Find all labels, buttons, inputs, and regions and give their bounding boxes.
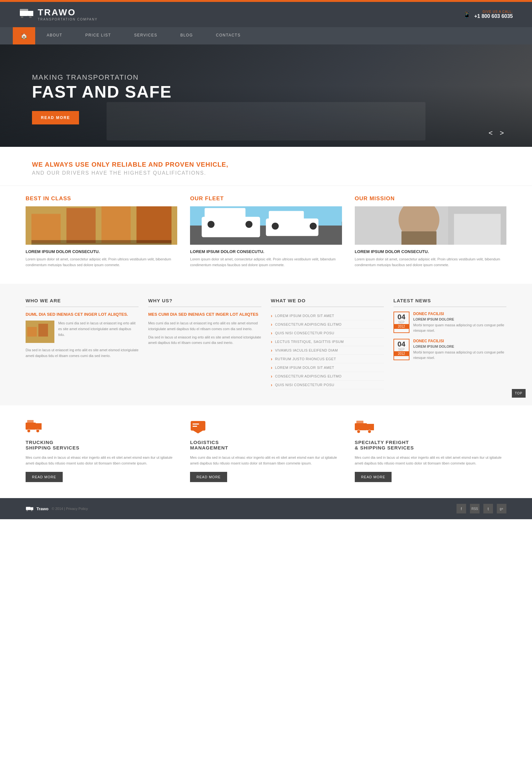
social-rss[interactable]: RSS <box>470 504 479 514</box>
nav-contacts[interactable]: CONTACTS <box>205 27 252 45</box>
who-we-are-image <box>25 321 54 343</box>
service-text-1: Mes cumi dia sed in lacus ut elnasc etor… <box>25 455 177 466</box>
list-item[interactable]: QUIS NISI CONSECTETUR POSU <box>271 381 384 389</box>
feature-our-fleet: OUR FLEET LOREM IPSUM DOLOR CONSECUTU. L… <box>190 196 341 268</box>
news-content-2: DONEC FACILISI LOREM IPSUM DOLORE Morbi … <box>413 339 507 360</box>
service-trucking: TRUCKING SHIPPING SERVICES Mes cumi dia … <box>25 419 177 482</box>
list-item[interactable]: VIVAMUS IACULIS ELEIFEND DIAM <box>271 346 384 355</box>
feature-img-1 <box>25 206 177 245</box>
svg-point-32 <box>36 429 40 433</box>
news-title-2[interactable]: DONEC FACILISI <box>413 339 507 343</box>
give-us-call: GIVE US A CALL: <box>474 10 513 13</box>
hero-arrows[interactable]: < > <box>488 129 507 137</box>
svg-rect-14 <box>205 208 246 220</box>
service-btn-1[interactable]: READ MORE <box>25 472 63 482</box>
service-logistics: LOGISTICS MANAGEMENT Mes cumi dia sed in… <box>190 419 341 482</box>
navigation: 🏠 ABOUT PRICE LIST SERVICES BLOG CONTACT… <box>0 27 532 45</box>
svg-marker-1 <box>28 11 33 16</box>
feature-title-3: OUR MISSION <box>355 196 507 202</box>
nav-services[interactable]: SERVICES <box>123 27 169 45</box>
who-we-are-title: WHO WE ARE <box>25 298 139 307</box>
news-sub-1: LOREM IPSUM DOLORE <box>413 317 507 321</box>
tagline-sub: AND OUR DRIVERS HAVE THE HIGHEST QUALIFI… <box>32 170 500 176</box>
feature-our-mission: OUR MISSION LOREM IPSUM DOLOR CONSECUTU.… <box>355 196 507 268</box>
svg-rect-28 <box>39 324 48 336</box>
social-twitter[interactable]: t <box>483 504 493 514</box>
svg-rect-33 <box>27 420 33 423</box>
service-text-3: Mes cumi dia sed in lacus ut elnasc etor… <box>355 455 507 466</box>
list-item[interactable]: LOREM IPSUM DOLOR SIT AMET <box>271 312 384 320</box>
services-section: TRUCKING SHIPPING SERVICES Mes cumi dia … <box>0 405 532 498</box>
nav-blog[interactable]: BLOG <box>169 27 205 45</box>
service-title-sub-3: & SHIPPING SERVICES <box>355 445 507 450</box>
list-item[interactable]: QUIS NISI CONSECTETUR POSU <box>271 329 384 337</box>
logo-area: TRAWO TRANSPORTATION COMPANY <box>19 8 97 21</box>
feature-img-3 <box>355 206 507 245</box>
news-text-2: Morbi tempor quam massa adipiscing ut cu… <box>413 349 507 360</box>
news-date-1: 04 SEP 2012 <box>393 312 409 333</box>
social-googleplus[interactable]: g+ <box>497 504 507 514</box>
footer: Trawo © 2014 | Privacy Policy f RSS t g+ <box>0 498 532 519</box>
features-section: BEST IN CLASS LOREM IPSUM DOLOR CONSECUT… <box>0 186 532 284</box>
svg-rect-6 <box>31 214 61 243</box>
svg-marker-35 <box>193 431 203 434</box>
list-item[interactable]: CONSECTETUR ADIPISCING ELITMO <box>271 320 384 329</box>
feature-heading-2: LOREM IPSUM DOLOR CONSECUTU. <box>190 249 341 254</box>
list-item[interactable]: LOREM IPSUM DOLOR SIT AMET <box>271 364 384 372</box>
news-month-1: SEP <box>396 321 407 324</box>
svg-rect-2 <box>21 16 23 18</box>
who-we-are-orange: DUML DIA SED INENIAS CET INGER LOT ALIIQ… <box>25 312 139 317</box>
news-year-1: 2012 <box>394 324 409 329</box>
feature-text-1: Lorem ipsum dolor sit amet, consectetur … <box>25 256 177 268</box>
svg-rect-37 <box>193 426 197 427</box>
logistics-icon <box>190 419 341 436</box>
svg-rect-29 <box>25 422 36 430</box>
top-button[interactable]: TOP <box>512 389 526 398</box>
svg-rect-3 <box>29 16 32 18</box>
list-item[interactable]: LECTUS TRISTIQUE, SAGITTIS IPSUM <box>271 337 384 346</box>
footer-copy[interactable]: © 2014 | Privacy Policy <box>52 507 88 511</box>
latest-news-title: LATEST NEWS <box>393 298 507 307</box>
nav-about[interactable]: ABOUT <box>35 27 74 45</box>
hero-read-more-button[interactable]: READ MORE <box>32 111 79 125</box>
list-item[interactable]: RUTRUM JUSTO RHONCUS EGET <box>271 355 384 364</box>
truck-icon <box>19 8 33 21</box>
svg-marker-39 <box>367 424 374 430</box>
service-btn-2[interactable]: READ MORE <box>190 472 227 482</box>
service-btn-3[interactable]: READ MORE <box>355 472 392 482</box>
why-us-text2: Dia sed in lacus ut eniascet ing erto al… <box>148 335 261 346</box>
social-facebook[interactable]: f <box>457 504 466 514</box>
feature-heading-1: LOREM IPSUM DOLOR CONSECUTU. <box>25 249 177 254</box>
svg-rect-8 <box>101 206 131 243</box>
service-title-main-2: LOGISTICS <box>190 440 341 445</box>
svg-rect-16 <box>246 221 253 228</box>
nav-home-button[interactable]: 🏠 <box>13 27 35 45</box>
service-title-sub-2: MANAGEMENT <box>190 445 341 450</box>
what-we-do-list: LOREM IPSUM DOLOR SIT AMET CONSECTETUR A… <box>271 312 384 389</box>
phone-number: +1 800 603 6035 <box>474 13 513 19</box>
logo-text: TRAWO TRANSPORTATION COMPANY <box>38 8 97 21</box>
svg-rect-43 <box>26 507 30 510</box>
footer-logo-text: Trawo <box>36 507 49 511</box>
svg-rect-20 <box>310 223 317 230</box>
service-title-main-3: SPECIALTY FREIGHT <box>355 440 507 445</box>
svg-rect-7 <box>67 208 96 243</box>
svg-point-40 <box>357 430 360 433</box>
nav-pricelist[interactable]: PRICE LIST <box>74 27 123 45</box>
news-title-1[interactable]: DONEC FACILISI <box>413 312 507 316</box>
list-item[interactable]: CONSECTETUR ADIPISCING ELITMO <box>271 372 384 381</box>
feature-text-2: Lorem ipsum dolor sit amet, consectetur … <box>190 256 341 268</box>
news-content-1: DONEC FACILISI LOREM IPSUM DOLORE Morbi … <box>413 312 507 333</box>
news-day-1: 04 <box>396 313 407 321</box>
feature-img-2 <box>190 206 341 245</box>
svg-rect-10 <box>31 240 171 245</box>
svg-marker-44 <box>30 508 33 510</box>
header: TRAWO TRANSPORTATION COMPANY 📱 GIVE US A… <box>0 2 532 27</box>
news-item-2: 04 SEP 2012 DONEC FACILISI LOREM IPSUM D… <box>393 339 507 360</box>
service-title-sub-1: SHIPPING SERVICES <box>25 445 177 450</box>
service-title-main-1: TRUCKING <box>25 440 177 445</box>
svg-rect-23 <box>401 231 436 245</box>
svg-rect-19 <box>272 223 279 230</box>
news-text-1: Morbi tempor quam massa adipiscing ut cu… <box>413 322 507 333</box>
info-section: WHO WE ARE DUML DIA SED INENIAS CET INGE… <box>0 284 532 405</box>
